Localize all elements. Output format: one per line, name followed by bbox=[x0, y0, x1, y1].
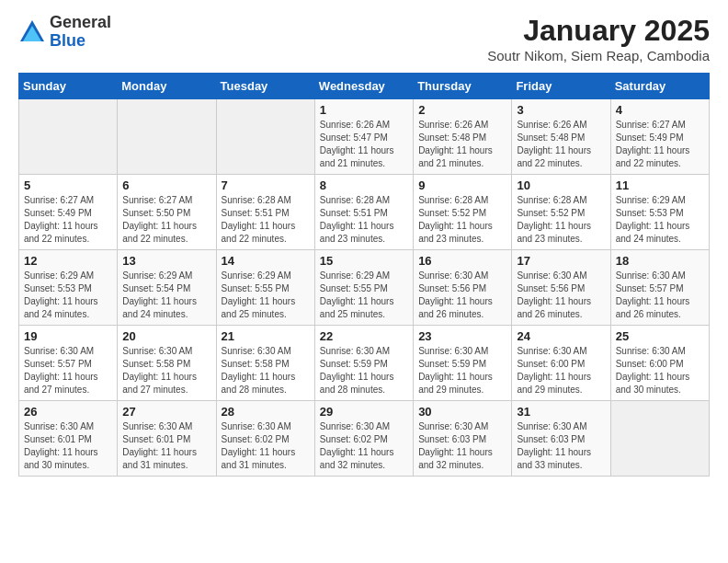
day-number: 19 bbox=[24, 329, 112, 343]
day-number: 9 bbox=[418, 178, 506, 192]
weekday-header: Thursday bbox=[414, 74, 512, 99]
day-number: 1 bbox=[320, 103, 408, 117]
day-number: 16 bbox=[418, 254, 506, 268]
day-info: Sunrise: 6:29 AM Sunset: 5:55 PM Dayligh… bbox=[320, 270, 408, 321]
day-info: Sunrise: 6:29 AM Sunset: 5:53 PM Dayligh… bbox=[616, 194, 704, 246]
logo-text: General Blue bbox=[50, 14, 111, 51]
day-info: Sunrise: 6:27 AM Sunset: 5:49 PM Dayligh… bbox=[616, 119, 704, 170]
calendar-cell: 20Sunrise: 6:30 AM Sunset: 5:58 PM Dayli… bbox=[118, 326, 216, 401]
day-number: 14 bbox=[222, 254, 310, 268]
day-info: Sunrise: 6:28 AM Sunset: 5:52 PM Dayligh… bbox=[517, 194, 605, 246]
calendar-cell: 27Sunrise: 6:30 AM Sunset: 6:01 PM Dayli… bbox=[118, 401, 216, 477]
weekday-header: Sunday bbox=[19, 74, 118, 99]
calendar-cell: 29Sunrise: 6:30 AM Sunset: 6:02 PM Dayli… bbox=[314, 401, 413, 477]
calendar-cell: 21Sunrise: 6:30 AM Sunset: 5:58 PM Dayli… bbox=[216, 326, 314, 401]
day-info: Sunrise: 6:30 AM Sunset: 5:56 PM Dayligh… bbox=[517, 270, 605, 321]
weekday-header: Friday bbox=[512, 74, 610, 99]
day-info: Sunrise: 6:30 AM Sunset: 6:01 PM Dayligh… bbox=[24, 420, 112, 472]
weekday-header: Saturday bbox=[610, 74, 709, 99]
day-info: Sunrise: 6:30 AM Sunset: 6:03 PM Dayligh… bbox=[517, 420, 605, 472]
calendar-cell: 14Sunrise: 6:29 AM Sunset: 5:55 PM Dayli… bbox=[216, 250, 314, 326]
calendar-container: General Blue January 2025 Soutr Nikom, S… bbox=[0, 0, 728, 490]
day-info: Sunrise: 6:30 AM Sunset: 5:59 PM Dayligh… bbox=[418, 345, 506, 396]
day-info: Sunrise: 6:30 AM Sunset: 5:57 PM Dayligh… bbox=[24, 345, 112, 396]
weekday-header: Wednesday bbox=[314, 74, 413, 99]
day-number: 5 bbox=[24, 178, 112, 192]
calendar-week-row: 5Sunrise: 6:27 AM Sunset: 5:49 PM Daylig… bbox=[19, 175, 710, 250]
day-info: Sunrise: 6:28 AM Sunset: 5:51 PM Dayligh… bbox=[222, 194, 310, 246]
header: General Blue January 2025 Soutr Nikom, S… bbox=[18, 14, 710, 63]
logo: General Blue bbox=[18, 14, 111, 51]
day-number: 4 bbox=[616, 103, 704, 117]
day-info: Sunrise: 6:30 AM Sunset: 6:02 PM Dayligh… bbox=[222, 420, 310, 472]
calendar-cell: 10Sunrise: 6:28 AM Sunset: 5:52 PM Dayli… bbox=[512, 175, 610, 250]
calendar-cell: 25Sunrise: 6:30 AM Sunset: 6:00 PM Dayli… bbox=[610, 326, 709, 401]
day-number: 24 bbox=[517, 329, 605, 343]
calendar-cell: 17Sunrise: 6:30 AM Sunset: 5:56 PM Dayli… bbox=[512, 250, 610, 326]
day-info: Sunrise: 6:30 AM Sunset: 5:58 PM Dayligh… bbox=[122, 345, 210, 396]
day-number: 11 bbox=[616, 178, 704, 192]
calendar-cell: 19Sunrise: 6:30 AM Sunset: 5:57 PM Dayli… bbox=[19, 326, 118, 401]
calendar-week-row: 1Sunrise: 6:26 AM Sunset: 5:47 PM Daylig… bbox=[19, 99, 710, 175]
day-number: 26 bbox=[24, 405, 112, 419]
day-number: 7 bbox=[222, 178, 310, 192]
calendar-cell: 1Sunrise: 6:26 AM Sunset: 5:47 PM Daylig… bbox=[314, 99, 413, 175]
day-number: 6 bbox=[122, 178, 210, 192]
day-info: Sunrise: 6:26 AM Sunset: 5:48 PM Dayligh… bbox=[517, 119, 605, 170]
day-info: Sunrise: 6:27 AM Sunset: 5:49 PM Dayligh… bbox=[24, 194, 112, 246]
calendar-cell bbox=[19, 99, 118, 175]
calendar-cell: 2Sunrise: 6:26 AM Sunset: 5:48 PM Daylig… bbox=[414, 99, 512, 175]
calendar-cell bbox=[118, 99, 216, 175]
calendar-cell: 13Sunrise: 6:29 AM Sunset: 5:54 PM Dayli… bbox=[118, 250, 216, 326]
day-info: Sunrise: 6:30 AM Sunset: 5:56 PM Dayligh… bbox=[418, 270, 506, 321]
day-info: Sunrise: 6:30 AM Sunset: 5:58 PM Dayligh… bbox=[222, 345, 310, 396]
calendar-week-row: 19Sunrise: 6:30 AM Sunset: 5:57 PM Dayli… bbox=[19, 326, 710, 401]
day-info: Sunrise: 6:30 AM Sunset: 6:03 PM Dayligh… bbox=[418, 420, 506, 472]
calendar-week-row: 26Sunrise: 6:30 AM Sunset: 6:01 PM Dayli… bbox=[19, 401, 710, 477]
calendar-cell: 7Sunrise: 6:28 AM Sunset: 5:51 PM Daylig… bbox=[216, 175, 314, 250]
calendar-cell: 8Sunrise: 6:28 AM Sunset: 5:51 PM Daylig… bbox=[314, 175, 413, 250]
day-info: Sunrise: 6:28 AM Sunset: 5:52 PM Dayligh… bbox=[418, 194, 506, 246]
calendar-cell: 22Sunrise: 6:30 AM Sunset: 5:59 PM Dayli… bbox=[314, 326, 413, 401]
weekday-header: Tuesday bbox=[216, 74, 314, 99]
day-info: Sunrise: 6:30 AM Sunset: 6:01 PM Dayligh… bbox=[122, 420, 210, 472]
calendar-cell: 26Sunrise: 6:30 AM Sunset: 6:01 PM Dayli… bbox=[19, 401, 118, 477]
logo-icon bbox=[18, 18, 46, 46]
calendar-cell: 31Sunrise: 6:30 AM Sunset: 6:03 PM Dayli… bbox=[512, 401, 610, 477]
calendar-table: SundayMondayTuesdayWednesdayThursdayFrid… bbox=[18, 73, 710, 477]
day-info: Sunrise: 6:29 AM Sunset: 5:55 PM Dayligh… bbox=[222, 270, 310, 321]
day-info: Sunrise: 6:30 AM Sunset: 5:59 PM Dayligh… bbox=[320, 345, 408, 396]
day-info: Sunrise: 6:28 AM Sunset: 5:51 PM Dayligh… bbox=[320, 194, 408, 246]
day-info: Sunrise: 6:27 AM Sunset: 5:50 PM Dayligh… bbox=[122, 194, 210, 246]
calendar-cell: 30Sunrise: 6:30 AM Sunset: 6:03 PM Dayli… bbox=[414, 401, 512, 477]
calendar-cell: 3Sunrise: 6:26 AM Sunset: 5:48 PM Daylig… bbox=[512, 99, 610, 175]
calendar-cell: 16Sunrise: 6:30 AM Sunset: 5:56 PM Dayli… bbox=[414, 250, 512, 326]
calendar-cell: 15Sunrise: 6:29 AM Sunset: 5:55 PM Dayli… bbox=[314, 250, 413, 326]
day-info: Sunrise: 6:26 AM Sunset: 5:48 PM Dayligh… bbox=[418, 119, 506, 170]
weekday-header: Monday bbox=[118, 74, 216, 99]
day-number: 8 bbox=[320, 178, 408, 192]
calendar-cell: 11Sunrise: 6:29 AM Sunset: 5:53 PM Dayli… bbox=[610, 175, 709, 250]
day-number: 31 bbox=[517, 405, 605, 419]
logo-general: General bbox=[50, 14, 111, 32]
calendar-cell: 5Sunrise: 6:27 AM Sunset: 5:49 PM Daylig… bbox=[19, 175, 118, 250]
calendar-cell: 12Sunrise: 6:29 AM Sunset: 5:53 PM Dayli… bbox=[19, 250, 118, 326]
day-number: 23 bbox=[418, 329, 506, 343]
day-number: 25 bbox=[616, 329, 704, 343]
day-number: 22 bbox=[320, 329, 408, 343]
title-block: January 2025 Soutr Nikom, Siem Reap, Cam… bbox=[487, 14, 710, 63]
calendar-cell: 24Sunrise: 6:30 AM Sunset: 6:00 PM Dayli… bbox=[512, 326, 610, 401]
logo-blue: Blue bbox=[50, 32, 111, 51]
day-number: 17 bbox=[517, 254, 605, 268]
calendar-week-row: 12Sunrise: 6:29 AM Sunset: 5:53 PM Dayli… bbox=[19, 250, 710, 326]
day-number: 29 bbox=[320, 405, 408, 419]
calendar-cell: 6Sunrise: 6:27 AM Sunset: 5:50 PM Daylig… bbox=[118, 175, 216, 250]
day-number: 21 bbox=[222, 329, 310, 343]
day-info: Sunrise: 6:26 AM Sunset: 5:47 PM Dayligh… bbox=[320, 119, 408, 170]
day-info: Sunrise: 6:30 AM Sunset: 5:57 PM Dayligh… bbox=[616, 270, 704, 321]
calendar-cell: 28Sunrise: 6:30 AM Sunset: 6:02 PM Dayli… bbox=[216, 401, 314, 477]
calendar-cell: 9Sunrise: 6:28 AM Sunset: 5:52 PM Daylig… bbox=[414, 175, 512, 250]
calendar-cell: 18Sunrise: 6:30 AM Sunset: 5:57 PM Dayli… bbox=[610, 250, 709, 326]
month-title: January 2025 bbox=[487, 14, 710, 48]
day-number: 2 bbox=[418, 103, 506, 117]
